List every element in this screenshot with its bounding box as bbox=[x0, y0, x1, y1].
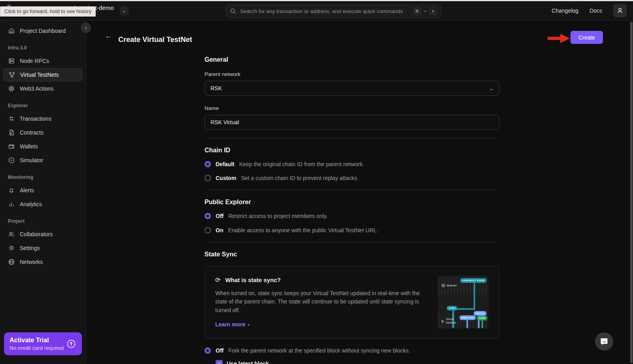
mainnet-icon bbox=[442, 284, 445, 287]
section-chain-id: Chain ID Default Keep the original chain… bbox=[205, 147, 499, 190]
pill-fund: FUND bbox=[477, 316, 487, 320]
sidebar-item-label: Simulator bbox=[20, 157, 43, 163]
page-scrollbar[interactable] bbox=[630, 22, 633, 363]
section-state-sync: State Sync ⟳ What is state sync? When tu… bbox=[205, 251, 499, 364]
sidebar-heading-explorer: Explorer bbox=[0, 96, 86, 112]
sidebar: ‹ Project Dashboard Infra 3.0 Node RPCs … bbox=[0, 21, 86, 364]
sidebar-item-label: Collaborators bbox=[20, 231, 53, 237]
name-input[interactable] bbox=[205, 115, 499, 130]
option-label: Off bbox=[216, 212, 224, 220]
chevron-down-icon[interactable]: ⌄ bbox=[119, 6, 129, 15]
chat-widget-button[interactable] bbox=[595, 332, 613, 351]
sidebar-item-simulator[interactable]: Simulator bbox=[3, 154, 83, 167]
sidebar-item-virtual-testnets[interactable]: Virtual TestNets bbox=[3, 68, 83, 82]
topbar: Click to go forward, hold to see history… bbox=[0, 1, 633, 21]
radio-explorer-off[interactable] bbox=[205, 213, 211, 219]
radio-default[interactable] bbox=[205, 161, 211, 167]
sidebar-item-alerts[interactable]: Alerts bbox=[3, 184, 83, 197]
use-latest-block-label: Use latest block bbox=[227, 360, 269, 364]
activate-trial-banner[interactable]: Activate Trial No credit card required bbox=[4, 332, 82, 355]
search-icon bbox=[230, 8, 236, 14]
pill-debug: DEBUG bbox=[474, 311, 487, 316]
option-desc: Fork the parent network at the specified… bbox=[228, 347, 410, 354]
sidebar-item-label: Project Dashboard bbox=[20, 28, 66, 34]
sidebar-item-analytics[interactable]: Analytics bbox=[3, 197, 83, 211]
section-general: General Parent network RSK ⌄ Name bbox=[205, 56, 499, 138]
chip-icon bbox=[8, 85, 15, 92]
sidebar-item-label: Virtual TestNets bbox=[20, 72, 59, 78]
gear-icon: ⚙ bbox=[8, 245, 15, 252]
fork-icon bbox=[8, 71, 15, 78]
option-label: On bbox=[216, 227, 223, 234]
docs-link[interactable]: Docs bbox=[589, 8, 602, 14]
sidebar-item-collaborators[interactable]: Collaborators bbox=[3, 228, 83, 241]
home-icon bbox=[8, 27, 15, 34]
annotation-arrow bbox=[548, 34, 570, 43]
history-tooltip: Click to go forward, hold to see history bbox=[0, 6, 96, 17]
sidebar-item-transactions[interactable]: Transactions bbox=[3, 112, 83, 125]
use-latest-block-row: ✓ Use latest block bbox=[216, 360, 499, 364]
sidebar-item-web3-actions[interactable]: Web3 Actions bbox=[3, 82, 83, 95]
sidebar-collapse-button[interactable]: ‹ bbox=[81, 23, 91, 33]
cursor-icon bbox=[441, 320, 444, 323]
chain-id-option-custom: Custom Set a custom chain ID to prevent … bbox=[205, 174, 499, 182]
transfer-arrows-icon bbox=[8, 115, 15, 122]
chevron-left-icon: ‹ bbox=[85, 25, 87, 31]
sidebar-item-label: Networks bbox=[20, 259, 43, 265]
trial-subtitle: No credit card required bbox=[9, 345, 64, 351]
sidebar-item-node-rpcs[interactable]: Node RPCs bbox=[3, 54, 83, 68]
person-icon bbox=[616, 7, 624, 14]
sidebar-heading-monitoring: Monitoring bbox=[0, 167, 86, 183]
sidebar-heading-infra: Infra 3.0 bbox=[0, 38, 86, 54]
state-sync-diagram: CONTRACT STATE SYNC SIMULATE DEBUG FUND … bbox=[438, 276, 489, 328]
play-circle-icon bbox=[8, 157, 15, 164]
sidebar-item-label: Web3 Actions bbox=[20, 85, 53, 92]
sidebar-item-label: Wallets bbox=[20, 143, 38, 150]
parent-network-select[interactable]: RSK ⌄ bbox=[205, 81, 499, 96]
main-content: ← Create Virtual TestNet Create General … bbox=[86, 21, 633, 364]
account-button[interactable] bbox=[613, 4, 627, 17]
bell-icon bbox=[8, 187, 15, 194]
general-heading: General bbox=[205, 56, 499, 63]
arrow-up-circle-icon bbox=[66, 339, 76, 349]
sync-card-title: What is state sync? bbox=[225, 277, 280, 283]
public-explorer-heading: Public Explorer bbox=[205, 199, 499, 206]
sidebar-item-wallets[interactable]: Wallets bbox=[3, 140, 83, 153]
bar-chart-icon bbox=[8, 201, 15, 208]
chevron-down-icon: ⌄ bbox=[489, 85, 493, 91]
global-search[interactable]: ⌘ + k bbox=[226, 4, 441, 18]
option-label: Default bbox=[216, 161, 234, 168]
name-label: Name bbox=[205, 105, 499, 111]
parent-network-value: RSK bbox=[210, 85, 222, 91]
option-desc: Restrict access to project members only. bbox=[228, 212, 328, 220]
kbd-plus: + bbox=[424, 9, 426, 13]
option-desc: Set a custom chain ID to prevent replay … bbox=[241, 174, 358, 182]
back-button[interactable]: ← bbox=[105, 32, 112, 40]
pill-sync: SYNC bbox=[447, 306, 457, 311]
diagram-virtual-network-label: VirtualNetwork bbox=[441, 318, 456, 325]
search-input[interactable] bbox=[239, 8, 410, 15]
pill-simulate: SIMULATE bbox=[459, 315, 476, 320]
chain-id-heading: Chain ID bbox=[205, 147, 499, 154]
radio-custom[interactable] bbox=[205, 175, 211, 181]
sidebar-item-label: Transactions bbox=[20, 116, 51, 122]
radio-sync-off[interactable] bbox=[205, 347, 211, 354]
learn-more-link[interactable]: Learn more › bbox=[215, 321, 250, 328]
section-public-explorer: Public Explorer Off Restrict access to p… bbox=[205, 199, 499, 242]
sidebar-item-project-dashboard[interactable]: Project Dashboard bbox=[3, 24, 83, 38]
sidebar-item-networks[interactable]: Networks bbox=[3, 255, 83, 269]
changelog-link[interactable]: Changelog bbox=[552, 8, 578, 14]
trial-title: Activate Trial bbox=[9, 337, 64, 344]
sidebar-item-settings[interactable]: ⚙ Settings bbox=[3, 241, 83, 255]
sidebar-item-contracts[interactable]: Contracts bbox=[3, 126, 83, 139]
sidebar-item-label: Node RPCs bbox=[20, 58, 49, 64]
chat-icon bbox=[599, 337, 609, 346]
radio-explorer-on[interactable] bbox=[205, 227, 211, 233]
use-latest-block-checkbox[interactable]: ✓ bbox=[216, 360, 223, 364]
chevron-right-icon: › bbox=[248, 321, 250, 328]
create-button[interactable]: Create bbox=[570, 31, 603, 44]
page-title: Create Virtual TestNet bbox=[118, 36, 192, 44]
option-label: Off bbox=[216, 347, 224, 354]
pill-contract-state: CONTRACT STATE bbox=[460, 278, 487, 283]
people-icon bbox=[8, 231, 15, 238]
